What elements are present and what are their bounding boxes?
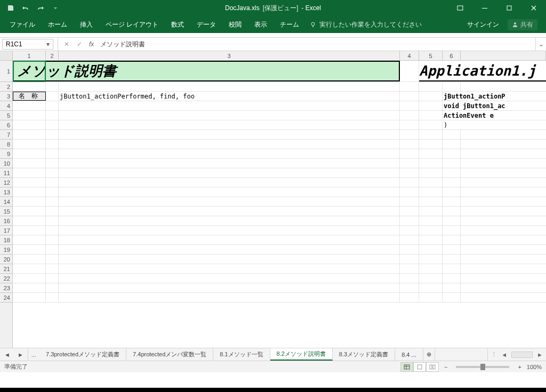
cell[interactable]: [59, 207, 400, 216]
cell[interactable]: [400, 216, 419, 225]
cell[interactable]: [46, 92, 59, 101]
cell[interactable]: [59, 293, 400, 302]
cell[interactable]: [13, 197, 46, 206]
cell[interactable]: [443, 82, 461, 91]
cell[interactable]: [419, 245, 443, 254]
cell[interactable]: [419, 226, 443, 235]
cell[interactable]: [400, 111, 419, 120]
row-header[interactable]: 5: [0, 111, 12, 120]
cell[interactable]: [461, 245, 546, 254]
cell[interactable]: [46, 178, 59, 187]
title-cell[interactable]: メソッド説明書: [13, 61, 400, 81]
cell[interactable]: [46, 264, 59, 273]
tab-insert[interactable]: 挿入: [74, 16, 99, 33]
cell[interactable]: [419, 293, 443, 302]
undo-button[interactable]: [19, 2, 32, 14]
cell[interactable]: [461, 197, 546, 206]
view-normal-button[interactable]: [400, 362, 413, 372]
cell[interactable]: [13, 101, 46, 110]
sheet-tab[interactable]: 8.3メソッド定義書: [333, 348, 395, 361]
cell[interactable]: [443, 207, 461, 216]
row-header[interactable]: 12: [0, 178, 12, 187]
cell[interactable]: [461, 159, 546, 168]
sheet-tab-active[interactable]: 8.2メソッド説明書: [270, 348, 333, 361]
cell[interactable]: [400, 274, 419, 283]
cell[interactable]: [13, 226, 46, 235]
cell[interactable]: [59, 101, 400, 110]
cell[interactable]: [461, 264, 546, 273]
cell[interactable]: [46, 197, 59, 206]
name-box[interactable]: R1C1 ▾: [2, 39, 53, 50]
minimize-button[interactable]: [472, 0, 497, 16]
tab-file[interactable]: ファイル: [3, 16, 42, 33]
cell[interactable]: [419, 130, 443, 139]
cell[interactable]: [461, 226, 546, 235]
cell[interactable]: [59, 197, 400, 206]
cell[interactable]: [13, 235, 46, 244]
tab-nav-next-icon[interactable]: ►: [18, 352, 23, 358]
cell[interactable]: [461, 187, 546, 197]
cell[interactable]: [59, 168, 400, 177]
signin-link[interactable]: サインイン: [467, 20, 499, 29]
cell[interactable]: [13, 82, 46, 91]
cell[interactable]: [46, 187, 59, 197]
cell[interactable]: [46, 226, 59, 235]
row-header[interactable]: 1: [0, 61, 12, 82]
cell[interactable]: [46, 130, 59, 139]
row-header[interactable]: 15: [0, 207, 12, 216]
cell[interactable]: [46, 283, 59, 292]
cell[interactable]: [461, 216, 546, 225]
methods-cell[interactable]: jButton1_actionPerformed, find, foo: [59, 92, 400, 101]
cell[interactable]: [443, 197, 461, 206]
cell[interactable]: [419, 178, 443, 187]
row-header[interactable]: 8: [0, 140, 12, 149]
cell[interactable]: [46, 255, 59, 264]
col-header[interactable]: 6: [443, 51, 461, 60]
cell[interactable]: [13, 130, 46, 139]
cell[interactable]: [59, 159, 400, 168]
cell[interactable]: [59, 82, 400, 91]
cell[interactable]: [461, 149, 546, 158]
cell[interactable]: [419, 82, 443, 91]
tab-home[interactable]: ホーム: [42, 16, 74, 33]
cell[interactable]: ActionEvent e: [443, 111, 546, 120]
hscroll-right-icon[interactable]: ►: [537, 352, 543, 358]
cell[interactable]: [461, 283, 546, 292]
maximize-button[interactable]: [497, 0, 521, 16]
cell[interactable]: [419, 159, 443, 168]
cell[interactable]: [419, 216, 443, 225]
cell[interactable]: [419, 197, 443, 206]
row-header[interactable]: 16: [0, 216, 12, 226]
name-label-cell[interactable]: 名 称: [13, 92, 46, 101]
tab-overflow-left[interactable]: ...: [28, 348, 39, 361]
cell[interactable]: void jButton1_ac: [443, 101, 546, 110]
cell[interactable]: [46, 207, 59, 216]
cell[interactable]: [419, 187, 443, 197]
cell[interactable]: [46, 293, 59, 302]
row-header[interactable]: 20: [0, 255, 12, 264]
cell[interactable]: [443, 140, 461, 149]
cell[interactable]: [400, 264, 419, 273]
cell[interactable]: [400, 293, 419, 302]
cell[interactable]: [419, 235, 443, 244]
cell[interactable]: [46, 274, 59, 283]
cell[interactable]: [46, 235, 59, 244]
cell[interactable]: [419, 255, 443, 264]
row-header[interactable]: 21: [0, 264, 12, 274]
cell[interactable]: [400, 207, 419, 216]
cell[interactable]: [46, 120, 59, 129]
tab-overflow-right[interactable]: ⋮: [491, 351, 497, 358]
cell[interactable]: [400, 178, 419, 187]
cell[interactable]: [400, 120, 419, 129]
zoom-out-button[interactable]: −: [444, 364, 447, 370]
cell[interactable]: [400, 245, 419, 254]
tab-view[interactable]: 表示: [248, 16, 274, 33]
cell[interactable]: [419, 101, 443, 110]
enter-formula-button[interactable]: ✓: [73, 40, 86, 48]
col-header[interactable]: [461, 51, 546, 60]
cell[interactable]: [419, 274, 443, 283]
cell[interactable]: [443, 264, 461, 273]
cell[interactable]: [419, 168, 443, 177]
row-header[interactable]: 13: [0, 187, 12, 197]
horizontal-scrollbar[interactable]: [511, 352, 533, 358]
